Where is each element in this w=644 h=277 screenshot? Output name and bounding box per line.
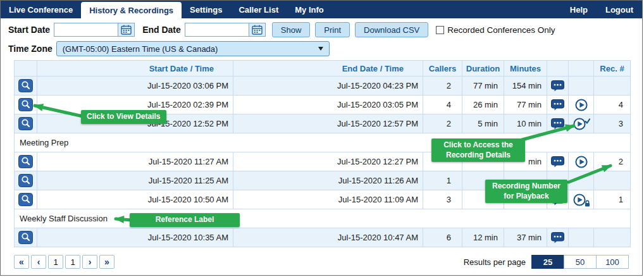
play-recording-button-checked[interactable] (573, 117, 590, 131)
start-date-time-cell: Jul-15-2020 10:35 AM (37, 228, 233, 247)
callers-cell: 3 (423, 190, 462, 209)
view-details-cell (15, 152, 37, 171)
playback-cell (569, 228, 594, 247)
tab-my-info[interactable]: My Info (287, 1, 332, 18)
duration-cell: 26 min (462, 95, 504, 114)
pagination-bar: « ‹ 1 › » Results per page 2550100 (14, 255, 629, 269)
view-details-button[interactable] (18, 174, 33, 187)
callers-cell: 1 (423, 171, 462, 190)
start-date-time-cell: Jul-15-2020 11:25 AM (37, 171, 233, 190)
column-header-end-date-time: End Date / Time (233, 61, 423, 77)
comment-icon[interactable] (551, 99, 564, 111)
start-date-label: Start Date (8, 25, 50, 35)
playback-cell (569, 95, 594, 114)
minutes-cell: 77 min (504, 95, 547, 114)
print-button[interactable]: Print (315, 22, 350, 37)
comment-icon[interactable] (551, 156, 564, 168)
results-per-page-option-25[interactable]: 25 (531, 255, 564, 269)
playback-cell (569, 190, 594, 209)
calendar-icon (121, 25, 132, 35)
column-header-rec: Rec. # (594, 61, 631, 77)
column-header-empty (569, 61, 594, 77)
view-details-cell (15, 228, 37, 247)
total-pages: 1 (65, 255, 80, 269)
notes-cell (547, 114, 569, 133)
play-recording-button[interactable] (574, 155, 588, 169)
minutes-cell: 154 min (504, 77, 547, 95)
view-details-button[interactable] (18, 79, 33, 92)
callout-recording-details: Click to Access the Recording Details (431, 138, 525, 162)
time-zone-select[interactable]: (GMT-05:00) Eastern Time (US & Canada) (56, 41, 330, 56)
play-recording-button-locked[interactable] (573, 193, 590, 207)
group-label: Weekly Staff Discussion (15, 209, 631, 228)
callout-recording-number: Recording Number for Playback (485, 180, 567, 203)
start-date-calendar-button[interactable] (118, 23, 134, 36)
view-details-cell (15, 171, 37, 190)
callout-view-details: Click to View Details (81, 110, 166, 124)
column-header-empty (547, 61, 569, 77)
nav-link-logout[interactable]: Logout (605, 5, 633, 15)
end-date-time-cell: Jul-15-2020 04:23 PM (233, 77, 423, 95)
start-date-time-cell: Jul-15-2020 10:50 AM (37, 190, 233, 209)
results-per-page-option-50[interactable]: 50 (564, 255, 597, 269)
results-per-page-options: 2550100 (532, 255, 629, 269)
callers-cell: 6 (423, 228, 462, 247)
comment-icon[interactable] (551, 118, 564, 130)
end-date-time-cell: Jul-15-2020 12:27 PM (233, 152, 423, 171)
recording-number-cell (594, 228, 631, 247)
recorded-conferences-only-checkbox[interactable] (436, 26, 444, 34)
column-header-empty (15, 61, 37, 77)
column-header-callers: Callers (423, 61, 462, 77)
nav-right-links: HelpLogout (570, 1, 642, 18)
end-date-time-cell: Jul-15-2020 11:26 AM (233, 171, 423, 190)
view-details-cell (15, 190, 37, 209)
view-details-button[interactable] (18, 155, 33, 168)
pager: « ‹ 1 › » (14, 255, 115, 269)
start-date-input[interactable] (54, 23, 118, 36)
previous-page-button[interactable]: ‹ (31, 255, 46, 269)
recording-number-cell: 2 (594, 152, 631, 171)
next-page-button[interactable]: › (82, 255, 97, 269)
results-per-page-option-100[interactable]: 100 (596, 255, 629, 269)
time-zone-row: Time Zone (GMT-05:00) Eastern Time (US &… (1, 40, 642, 60)
end-date-time-cell: Jul-15-2020 10:47 AM (233, 228, 423, 247)
end-date-calendar-button[interactable] (249, 23, 265, 36)
view-details-button[interactable] (18, 231, 33, 244)
tab-live-conference[interactable]: Live Conference (1, 1, 81, 18)
conference-row: Jul-15-2020 11:27 AMJul-15-2020 12:27 PM… (15, 152, 631, 171)
group-row: Meeting Prep (15, 133, 631, 152)
nav-link-help[interactable]: Help (570, 5, 588, 15)
download-csv-button[interactable]: Download CSV (355, 22, 428, 37)
chevron-down-icon (318, 47, 323, 51)
view-details-cell (15, 77, 37, 95)
tab-settings[interactable]: Settings (182, 1, 230, 18)
recorded-conferences-only-label: Recorded Conferences Only (447, 25, 555, 35)
view-details-button[interactable] (18, 98, 33, 111)
end-date-input[interactable] (185, 23, 249, 36)
group-row: Weekly Staff Discussion (15, 209, 631, 228)
last-page-button[interactable]: » (99, 255, 115, 269)
history-table-container: Start Date / TimeEnd Date / TimeCallersD… (14, 60, 629, 247)
tab-history-recordings[interactable]: History & Recordings (81, 2, 182, 18)
history-table-body: Jul-15-2020 03:06 PMJul-15-2020 04:23 PM… (15, 77, 631, 247)
comment-icon[interactable] (551, 232, 564, 243)
notes-cell (547, 77, 569, 95)
results-per-page: Results per page 2550100 (464, 255, 629, 269)
first-page-button[interactable]: « (14, 255, 29, 269)
conference-row: Jul-15-2020 03:06 PMJul-15-2020 04:23 PM… (15, 77, 631, 95)
view-details-button[interactable] (18, 193, 33, 206)
filter-bar: Start Date End Date Show Print Download … (1, 18, 642, 40)
show-button[interactable]: Show (272, 22, 311, 37)
tab-caller-list[interactable]: Caller List (230, 1, 287, 18)
end-date-label: End Date (142, 25, 181, 35)
comment-icon[interactable] (551, 80, 564, 92)
page-number-input[interactable] (48, 255, 63, 269)
minutes-cell: 10 min (504, 114, 547, 133)
end-date-time-cell: Jul-15-2020 03:05 PM (233, 95, 423, 114)
view-details-button[interactable] (18, 117, 33, 130)
play-recording-button[interactable] (574, 98, 588, 112)
column-header-duration: Duration (462, 61, 504, 77)
duration-cell: 77 min (462, 77, 504, 95)
recording-number-cell: 3 (594, 114, 631, 133)
start-date-time-cell: Jul-15-2020 11:27 AM (37, 152, 233, 171)
